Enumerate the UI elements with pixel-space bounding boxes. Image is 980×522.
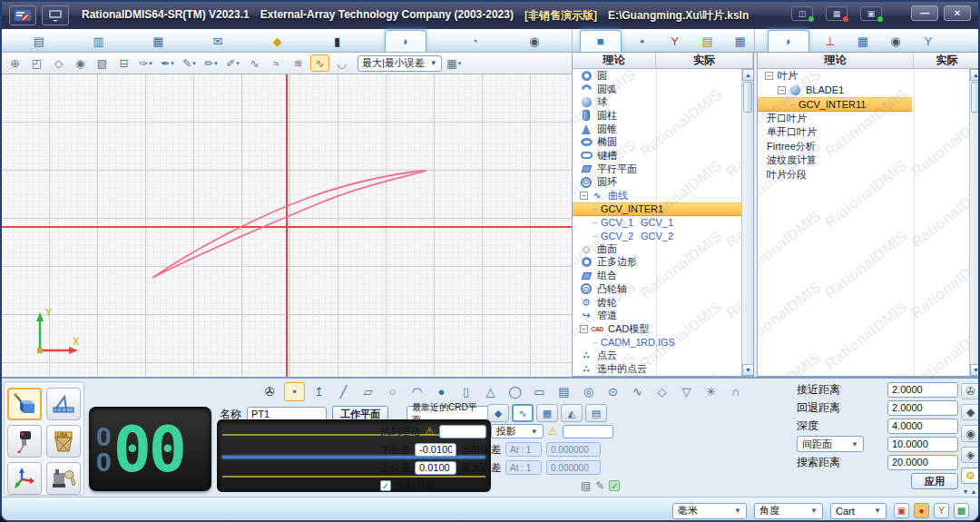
probe-edge-icon[interactable]: ✐ — [223, 54, 242, 72]
tree-item[interactable]: 叶片分段 — [758, 168, 969, 182]
angle-dropdown[interactable]: 角度▼ — [754, 503, 823, 519]
circle-tool[interactable]: ○ — [382, 382, 403, 401]
probe-panel-tab[interactable]: ◆ — [961, 404, 980, 420]
actual-column-header[interactable]: 实际 — [656, 53, 753, 68]
expand-collapse-icon[interactable]: − — [580, 325, 588, 333]
sphere-tool[interactable]: ● — [431, 382, 452, 401]
tree-item-actual[interactable]: GCV_2 — [641, 231, 673, 241]
apply-button[interactable]: 应用 — [911, 473, 958, 489]
probe-y-tab[interactable]: Y — [663, 30, 687, 52]
minimize-button[interactable]: — — [911, 5, 938, 21]
profile-measure-tab[interactable]: ◗ — [385, 30, 426, 52]
snapshot-icon[interactable]: ▤ — [581, 479, 591, 492]
tree-item[interactable]: –GCV_2GCV_2 — [573, 229, 741, 242]
screen-tab[interactable]: ▦ — [729, 30, 752, 52]
airfoil-curve[interactable] — [152, 171, 426, 278]
machine-setup-button[interactable] — [46, 462, 81, 495]
dro-status-icon[interactable]: ▩ — [954, 503, 969, 518]
probe-align-tab[interactable]: Y — [916, 30, 940, 52]
tree-item[interactable]: 单开口叶片 — [758, 125, 969, 140]
theory-column-header[interactable]: 理论 — [573, 53, 656, 68]
upper-tolerance-input[interactable] — [415, 461, 456, 475]
scan-line-icon[interactable]: ∿ — [245, 54, 264, 72]
close-button[interactable]: ✕ — [944, 5, 971, 21]
gear-tool[interactable]: ✳ — [701, 382, 721, 401]
pan-icon[interactable]: ◇ — [49, 54, 68, 72]
point-tool[interactable]: • — [284, 382, 305, 401]
tree-item[interactable]: −CADCAD模型 — [573, 322, 741, 336]
clear-icon[interactable]: ✎ — [595, 479, 604, 492]
slot-tool[interactable]: ▭ — [529, 382, 550, 401]
evaluate-mode-button[interactable] — [46, 388, 81, 420]
blade-tree-scrollbar[interactable]: ▲ ▼ — [969, 69, 980, 376]
device-tab[interactable]: ▮ — [326, 30, 349, 52]
scan-section-icon[interactable]: ≋ — [289, 54, 308, 72]
scroll-up-icon[interactable]: ▲ — [742, 69, 754, 81]
cube-tab[interactable]: ▪ — [631, 30, 654, 52]
ellipse-tool[interactable]: ◯ — [505, 382, 525, 401]
lower-tolerance-input[interactable] — [415, 443, 456, 457]
scroll-up-icon[interactable]: ▲ — [970, 69, 980, 81]
display-mode-icon[interactable]: ▦ — [445, 54, 464, 72]
cone-tool[interactable]: △ — [480, 382, 501, 401]
bounds-status-icon[interactable]: ▣ — [894, 503, 909, 518]
polygon-tool[interactable]: ▽ — [676, 382, 697, 401]
angle-view-tab[interactable]: ◭ — [561, 404, 583, 422]
tree-item[interactable]: 圆锥 — [573, 123, 741, 136]
tree-item[interactable]: –GCV_1GCV_1 — [573, 216, 741, 230]
tree-item-selected[interactable]: –GCV_INTER11 — [758, 97, 912, 112]
capture-tab[interactable]: ◉ — [523, 30, 546, 52]
center-view-icon[interactable]: ⊕ — [5, 54, 24, 72]
list-view-tab[interactable]: ▤ — [585, 404, 607, 422]
probe-status-icon[interactable]: Y — [934, 503, 949, 518]
basket-tab[interactable]: ▤ — [696, 30, 720, 52]
tree-item[interactable]: ∴选中的点云 — [573, 362, 741, 376]
realtime-checkbox[interactable]: ✓ — [380, 480, 391, 491]
panel-toggle-icon[interactable] — [42, 5, 69, 25]
cylinder-tool[interactable]: ▯ — [456, 382, 476, 401]
tree-item[interactable]: 组合 — [573, 269, 741, 282]
confirm-checkbox[interactable]: ✓ — [609, 480, 620, 491]
parameter-input[interactable] — [887, 419, 958, 434]
spacing-plane-dropdown[interactable]: 间距面▼ — [797, 436, 864, 452]
report-tab[interactable]: ▥ — [87, 30, 111, 52]
parameter-input[interactable] — [887, 437, 958, 452]
tree-item[interactable]: 凸轮轴 — [573, 282, 741, 296]
measure-mode-button[interactable] — [7, 388, 42, 420]
projection-input[interactable] — [563, 425, 613, 438]
plane-tool[interactable]: ▱ — [358, 382, 378, 401]
error-mode-dropdown[interactable]: 最大|最小误差▼ — [358, 55, 442, 72]
settings-panel-tab[interactable]: ⚙ — [961, 468, 980, 484]
strip-scroll-arrows[interactable]: ▼▲ — [963, 488, 979, 495]
tree-item[interactable]: ◇曲面 — [573, 242, 741, 256]
tree-item[interactable]: ∴点云 — [573, 349, 741, 362]
parallel-planes-tool[interactable]: ▤ — [554, 382, 574, 401]
curve-tool[interactable]: ∿ — [627, 382, 648, 401]
parameter-input[interactable] — [887, 400, 958, 416]
table-tab[interactable]: ▦ — [851, 30, 875, 52]
view-orient-icon[interactable]: ◉ — [71, 54, 90, 72]
point-vector-tool[interactable]: ↥ — [309, 382, 329, 401]
render-mode-tab[interactable]: ◆ — [266, 30, 289, 52]
tree-item[interactable]: 圆 — [573, 69, 741, 83]
tree-item[interactable]: −BLADE1 — [758, 84, 969, 98]
feature-tree-scrollbar[interactable]: ▲ ▼ — [741, 69, 753, 376]
ring-tool[interactable]: ⊙ — [603, 382, 623, 401]
camera-tab[interactable]: ◉ — [884, 30, 907, 52]
solid-feature-tab[interactable]: ■ — [580, 30, 622, 52]
probe-curve-icon[interactable]: ✒ — [158, 54, 177, 72]
tree-item[interactable]: ⚙齿轮 — [573, 296, 741, 310]
table-view-tab[interactable]: ▦ — [536, 404, 558, 422]
probe-manage-button[interactable] — [7, 425, 42, 458]
parameter-input[interactable] — [887, 455, 958, 470]
section-view-icon[interactable]: ⊟ — [114, 54, 133, 72]
cad-viewport[interactable]: Y X — [2, 74, 572, 377]
tree-item[interactable]: 圆柱 — [573, 109, 741, 123]
machine-panel-tab[interactable]: ✇ — [961, 383, 980, 399]
joystick-status-icon[interactable]: ◫ — [791, 6, 813, 21]
shape-analysis-tab[interactable]: ◗ — [768, 30, 809, 52]
surface-tool[interactable]: ◇ — [652, 382, 672, 401]
line-tool[interactable]: ╱ — [333, 382, 354, 401]
tree-item[interactable]: −叶片 — [758, 69, 969, 84]
scan-wave-icon[interactable]: ≈ — [267, 54, 286, 72]
